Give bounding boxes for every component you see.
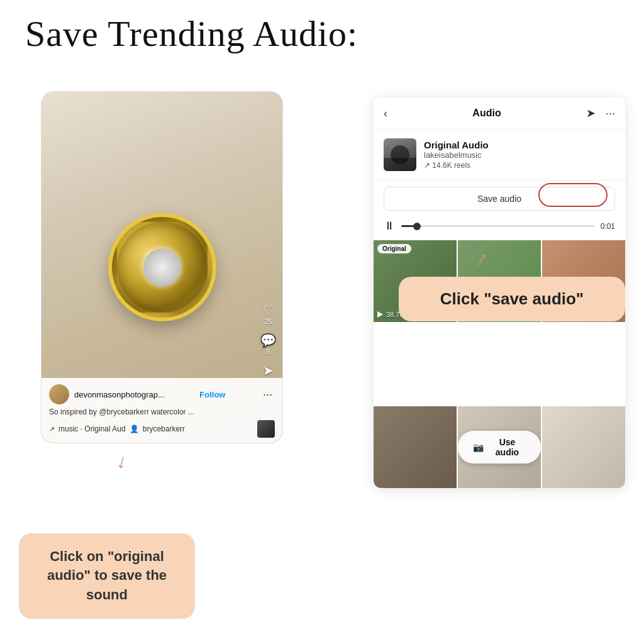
like-button[interactable]: ♡ 25 (263, 303, 274, 325)
comment-button[interactable]: 💬 5 (260, 333, 276, 355)
callout-right-text: Click "save audio" (440, 289, 584, 308)
callout-right: Click "save audio" (399, 277, 625, 321)
comment-icon: 💬 (260, 333, 276, 348)
callout-left: Click on "original audio" to save the so… (19, 533, 195, 619)
page-title: Save Trending Audio: (25, 13, 358, 55)
pause-button[interactable]: ⏸ (384, 219, 395, 233)
save-audio-button[interactable]: Save audio (384, 187, 615, 211)
post-caption: So inspired by @brycebarkerr watercolor … (49, 408, 275, 416)
user-info: devonmasonphotograp... (49, 384, 165, 404)
right-icons: ♡ 25 💬 5 ➤ (260, 303, 276, 378)
trending-arrow-icon: ↗ (424, 161, 432, 170)
ring-visual (112, 217, 213, 318)
grid-cell-6[interactable] (542, 406, 625, 488)
callout-left-text: Click on "original audio" to save the so… (47, 548, 167, 603)
audio-header: ‹ Audio ➤ ··· (374, 97, 625, 130)
more-button[interactable]: ··· (606, 107, 615, 120)
share-button[interactable]: ➤ (263, 363, 274, 378)
grid-cell-4[interactable] (374, 406, 457, 488)
comment-count: 5 (266, 348, 270, 355)
collab-user: brycebarkerr (143, 425, 185, 433)
audio-title: Original Audio (424, 140, 615, 150)
post-overlay: devonmasonphotograp... Follow ··· So ins… (42, 378, 282, 443)
send-button[interactable]: ➤ (586, 106, 596, 120)
collab-icon: 👤 (130, 425, 139, 433)
progress-bar[interactable] (401, 225, 594, 227)
heart-icon: ♡ (263, 303, 274, 318)
audio-panel-title: Audio (472, 108, 501, 119)
grid-cell-5[interactable]: 📷 Use audio (458, 406, 541, 488)
original-badge: Original (377, 244, 411, 253)
more-options-button[interactable]: ··· (260, 388, 275, 401)
audio-reels-count: ↗ 14.6K reels (424, 161, 615, 170)
play-icon-1 (377, 311, 383, 318)
playback-row: ⏸ 0:01 (374, 214, 625, 240)
progress-thumb (413, 223, 421, 230)
camera-icon: 📷 (473, 442, 484, 452)
arrow-left-annotation: ↑ (113, 452, 129, 477)
time-label: 0:01 (601, 222, 615, 231)
audio-metadata: Original Audio lakeisabelmusic ↗ 14.6K r… (424, 140, 615, 170)
audio-info-row: Original Audio lakeisabelmusic ↗ 14.6K r… (374, 130, 625, 180)
send-icon: ➤ (263, 363, 274, 378)
audio-trending-icon: ↗ (49, 425, 55, 433)
follow-button[interactable]: Follow (194, 388, 230, 401)
like-count: 25 (264, 318, 272, 325)
back-button[interactable]: ‹ (384, 107, 387, 120)
left-phone-mockup: ♡ 25 💬 5 ➤ devonmasonphotograp... Follow… (41, 91, 283, 443)
use-audio-label: Use audio (489, 437, 526, 457)
audio-row[interactable]: ↗ music · Original Aud 👤 brycebarkerr (49, 420, 275, 438)
use-audio-button[interactable]: 📷 Use audio (458, 431, 541, 464)
username: devonmasonphotograp... (74, 390, 165, 399)
audio-thumbnail (384, 138, 416, 171)
save-audio-row: Save audio (374, 180, 625, 214)
audio-label: music · Original Aud (58, 425, 126, 433)
audio-album-art (257, 420, 275, 438)
avatar (49, 384, 69, 404)
audio-author: lakeisabelmusic (424, 150, 615, 160)
